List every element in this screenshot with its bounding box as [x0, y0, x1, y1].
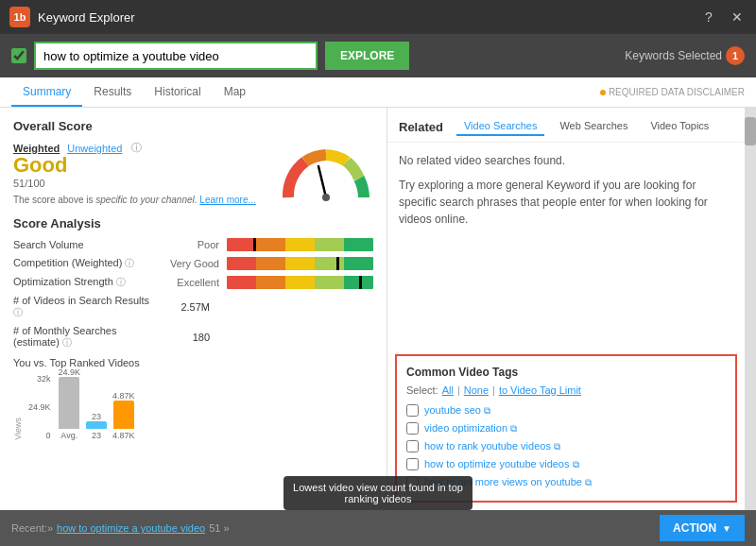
select-limit-link[interactable]: to Video Tag Limit: [499, 384, 581, 396]
monthly-info-icon[interactable]: ⓘ: [62, 337, 72, 348]
tag-checkbox-3[interactable]: [406, 440, 419, 452]
related-tab-web[interactable]: Web Searches: [552, 117, 635, 136]
recent-num: 51 »: [209, 522, 229, 534]
tag-link-4[interactable]: how to optimize youtube videos ⧉: [424, 458, 579, 470]
competition-info-icon[interactable]: ⓘ: [125, 258, 134, 268]
score-label: Good: [13, 155, 267, 176]
tag-checkbox-1[interactable]: [406, 404, 419, 417]
monthly-label: # of Monthly Searches (estimate) ⓘ: [13, 325, 155, 350]
tab-historical[interactable]: Historical: [143, 77, 212, 107]
competition-label: Competition (Weighted) ⓘ: [13, 257, 155, 270]
select-none-link[interactable]: None: [464, 384, 489, 396]
optimization-info-icon[interactable]: ⓘ: [116, 277, 126, 287]
recent-label: Recent:»: [11, 522, 53, 534]
search-volume-label: Search Volume: [13, 239, 155, 250]
tags-select-row: Select: All | None | to Video Tag Limit: [406, 384, 726, 396]
bar-avg-value: 24.9K: [59, 367, 81, 377]
svg-point-1: [322, 194, 330, 201]
keywords-selected-label: Keywords Selected: [625, 49, 722, 62]
unweighted-tab[interactable]: Unweighted: [67, 143, 122, 154]
bar-4k-bar: [113, 401, 134, 429]
search-input[interactable]: [34, 42, 318, 70]
scrollbar-thumb: [745, 117, 756, 145]
bar-4k-value: 4.87K: [112, 391, 135, 401]
window: 1b Keyword Explorer ? ✕ EXPLORE Keywords…: [0, 0, 756, 546]
tooltip: Lowest video view count found in top ran…: [284, 476, 472, 510]
right-scrollbar[interactable]: [745, 108, 756, 510]
ytvt-section: You vs. Top Ranked Videos Views 32k 24.9…: [13, 357, 373, 440]
search-checkbox[interactable]: [11, 48, 26, 63]
tag-link-2[interactable]: video optimization ⧉: [424, 422, 517, 435]
bar-user-label: 23: [92, 431, 101, 440]
score-left: Weighted Unweighted ⓘ Good 51/100 The sc…: [13, 141, 267, 205]
tab-summary[interactable]: Summary: [11, 77, 82, 107]
select-all-link[interactable]: All: [442, 384, 454, 396]
videos-label: # of Videos in Search Results ⓘ: [13, 295, 155, 319]
tag-item-2: video optimization ⧉: [406, 419, 726, 437]
bottom-bar: Lowest video view count found in top ran…: [0, 510, 756, 546]
search-volume-marker: [253, 238, 256, 251]
related-header: Related Video Searches Web Searches Vide…: [387, 108, 745, 143]
optimization-label: Optimization Strength ⓘ: [13, 276, 155, 289]
learn-more-link[interactable]: Learn more...: [199, 195, 255, 205]
score-analysis-title: Score Analysis: [13, 216, 373, 230]
tags-header: Common Video Tags: [406, 366, 726, 379]
app-logo: 1b: [9, 7, 30, 27]
tab-map[interactable]: Map: [213, 77, 257, 107]
views-label: Views: [13, 418, 23, 440]
tag-ext-icon-2: ⧉: [510, 423, 517, 434]
tag-item-4: how to optimize youtube videos ⧉: [406, 455, 726, 473]
related-tab-topics[interactable]: Video Topics: [643, 117, 716, 136]
analysis-row-search-volume: Search Volume Poor: [13, 238, 373, 251]
explore-button[interactable]: EXPLORE: [325, 42, 409, 70]
score-note-text: The score above is specific to your chan…: [13, 195, 198, 205]
help-button[interactable]: ?: [699, 8, 718, 26]
recent-link[interactable]: how to optimize a youtube video: [57, 522, 205, 534]
bar-user: 23 23: [86, 412, 107, 440]
bar-avg-bar: [59, 377, 79, 429]
search-volume-bar: [227, 238, 373, 251]
searchbar-area: EXPLORE Keywords Selected 1: [0, 34, 756, 77]
disclaimer: REQUIRED DATA DISCLAIMER: [600, 87, 745, 97]
related-tab-video[interactable]: Video Searches: [456, 117, 544, 136]
score-value: 51/100: [13, 178, 267, 189]
bar-user-value: 23: [92, 412, 101, 421]
tag-item-1: youtube seo ⧉: [406, 401, 726, 419]
disclaimer-text: REQUIRED DATA DISCLAIMER: [609, 87, 745, 97]
left-panel: Overall Score Weighted Unweighted ⓘ Good…: [0, 108, 387, 510]
tag-ext-icon-1: ⧉: [484, 405, 490, 416]
y-axis: 32k 24.9K 0: [28, 374, 51, 440]
tag-ext-icon-5: ⧉: [585, 477, 592, 487]
keywords-badge: 1: [726, 46, 745, 65]
action-arrow-icon: ▼: [722, 523, 731, 534]
tab-results[interactable]: Results: [82, 77, 143, 107]
tags-title: Common Video Tags: [406, 366, 518, 379]
gauge-svg: [279, 141, 373, 207]
action-button[interactable]: ACTION ▼: [660, 515, 745, 541]
keywords-selected-area: Keywords Selected 1: [625, 46, 745, 65]
right-panel-content: Related Video Searches Web Searches Vide…: [387, 108, 745, 510]
overall-score-title: Overall Score: [13, 119, 373, 133]
score-analysis: Score Analysis Search Volume Poor: [13, 216, 373, 350]
search-volume-quality: Poor: [163, 239, 219, 250]
videos-info-icon[interactable]: ⓘ: [13, 307, 23, 317]
titlebar: 1b Keyword Explorer ? ✕: [0, 0, 756, 34]
right-panel: Related Video Searches Web Searches Vide…: [387, 108, 756, 510]
tag-link-3[interactable]: how to rank youtube videos ⧉: [424, 440, 560, 452]
close-button[interactable]: ✕: [728, 8, 747, 26]
chart-bars: 24.9K Avg. 23 23 4.87K: [59, 374, 135, 440]
main-content: Overall Score Weighted Unweighted ⓘ Good…: [0, 108, 756, 510]
weighted-tab[interactable]: Weighted: [13, 143, 60, 154]
description-text: Try exploring a more general Keyword if …: [399, 177, 733, 228]
titlebar-actions: ? ✕: [699, 8, 747, 26]
right-panel-inner: Related Video Searches Web Searches Vide…: [387, 108, 756, 510]
analysis-row-competition: Competition (Weighted) ⓘ Very Good: [13, 257, 373, 270]
svg-line-0: [318, 166, 326, 197]
no-results-text: No related video searches found.: [399, 152, 733, 169]
analysis-row-optimization: Optimization Strength ⓘ Excellent: [13, 276, 373, 289]
tag-checkbox-2[interactable]: [406, 422, 419, 435]
score-info-icon[interactable]: ⓘ: [131, 141, 142, 155]
tag-checkbox-4[interactable]: [406, 458, 419, 470]
tag-link-1[interactable]: youtube seo ⧉: [424, 404, 490, 417]
monthly-value: 180: [163, 332, 210, 343]
